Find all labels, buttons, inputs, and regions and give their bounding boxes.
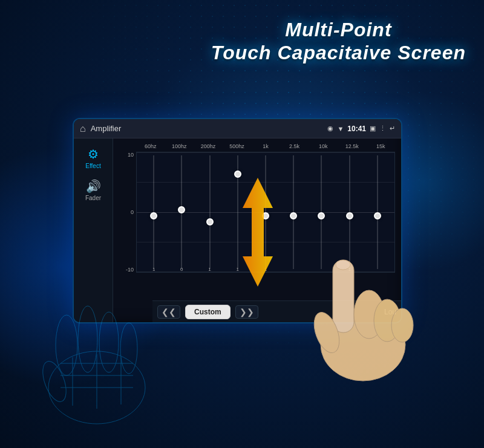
freq-12-5k: 12.5k	[338, 143, 367, 149]
lou-label: Lou	[384, 308, 396, 316]
slider-handle-3[interactable]	[206, 218, 214, 226]
freq-60hz: 60hz	[136, 143, 165, 149]
eq-sliders-area: 1 0 1	[136, 152, 395, 273]
slider-handle-9[interactable]	[374, 212, 381, 219]
freq-200hz: 200hz	[194, 143, 223, 149]
back-icon[interactable]: ↵	[390, 125, 395, 132]
freq-15k: 15k	[367, 143, 396, 149]
sliders-container: 1 0 1	[137, 152, 394, 272]
device-frame: ⌂ Amplifier ◉ ▼ 10:41 ▣ ⋮ ↵ ⚙ Effect 🔊 F…	[73, 118, 402, 323]
slider-handle-6[interactable]	[290, 212, 297, 219]
menu-icon[interactable]: ⋮	[379, 125, 386, 132]
eq-main: 60hz 100hz 200hz 500hz 1k 2.5k 10k 12.5k…	[113, 138, 401, 322]
slider-value-1: 1	[152, 267, 155, 272]
slider-value-2: 0	[180, 267, 183, 272]
status-time: 10:41	[347, 125, 366, 133]
slider-2-5k[interactable]	[280, 152, 307, 272]
slider-1k[interactable]: 1	[252, 152, 280, 272]
wifi-icon: ▼	[337, 125, 344, 132]
title-line1: Multi-Point	[211, 18, 466, 41]
slider-handle-2[interactable]	[178, 206, 185, 213]
freq-1k: 1k	[251, 143, 280, 149]
custom-button[interactable]: Custom	[185, 305, 231, 319]
slider-handle-8[interactable]	[346, 212, 353, 219]
page-title: Multi-Point Touch Capacitaive Screen	[211, 18, 466, 65]
freq-10k: 10k	[309, 143, 338, 149]
effect-icon: ⚙	[88, 147, 99, 161]
y-label-0: 0	[131, 209, 134, 215]
prev-button[interactable]: ❮❮	[157, 305, 180, 319]
slider-value-8: 1	[348, 267, 350, 272]
status-bar: ⌂ Amplifier ◉ ▼ 10:41 ▣ ⋮ ↵	[74, 119, 401, 138]
slider-10k[interactable]	[307, 152, 335, 272]
eq-area: ⚙ Effect 🔊 Fader 60hz 100hz 200hz 500hz …	[74, 138, 401, 322]
freq-500hz: 500hz	[223, 143, 252, 149]
slider-500hz[interactable]: 1	[224, 152, 252, 272]
slider-handle-4[interactable]	[234, 170, 241, 178]
slider-15k[interactable]	[364, 152, 391, 272]
fader-label: Fader	[85, 195, 101, 201]
slider-value-5: 1	[264, 267, 267, 272]
sidebar: ⚙ Effect 🔊 Fader	[74, 138, 113, 322]
title-line2: Touch Capacitaive Screen	[211, 41, 466, 64]
app-title: Amplifier	[91, 124, 328, 133]
slider-60hz[interactable]: 1	[140, 152, 168, 272]
freq-100hz: 100hz	[165, 143, 194, 149]
y-label-10: 10	[128, 152, 134, 158]
slider-handle-1[interactable]	[150, 212, 157, 219]
eq-y-axis: 10 0 -10	[119, 152, 136, 273]
home-icon[interactable]: ⌂	[80, 123, 86, 134]
camera-icon: ▣	[370, 125, 376, 132]
next-button[interactable]: ❯❯	[235, 305, 258, 319]
freq-labels: 60hz 100hz 200hz 500hz 1k 2.5k 10k 12.5k…	[136, 143, 395, 149]
sidebar-item-fader[interactable]: 🔊 Fader	[83, 175, 103, 205]
eq-grid: 10 0 -10	[119, 152, 395, 273]
slider-12-5k[interactable]: 1	[336, 152, 364, 272]
fader-icon: 🔊	[86, 179, 101, 193]
status-icons: ◉ ▼ 10:41 ▣ ⋮ ↵	[327, 125, 395, 133]
slider-handle-5[interactable]	[262, 212, 269, 219]
bottom-bar: ❮❮ Custom ❯❯ Lou	[152, 300, 401, 322]
slider-value-3: 1	[208, 267, 211, 272]
freq-2-5k: 2.5k	[280, 143, 309, 149]
slider-200hz[interactable]: 1	[195, 152, 223, 272]
slider-value-4: 1	[237, 267, 239, 272]
slider-handle-7[interactable]	[318, 212, 325, 219]
sidebar-item-effect[interactable]: ⚙ Effect	[83, 143, 103, 173]
slider-100hz[interactable]: 0	[168, 152, 195, 272]
slider-track-3	[209, 155, 211, 269]
effect-label: Effect	[85, 163, 100, 169]
y-label-neg10: -10	[126, 267, 134, 273]
location-icon: ◉	[327, 125, 333, 132]
